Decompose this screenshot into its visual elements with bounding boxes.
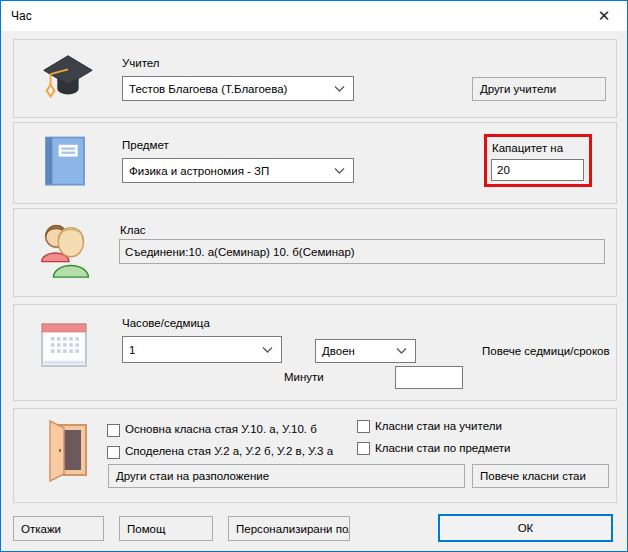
- students-icon: [36, 217, 98, 283]
- hours-per-week-value: 1: [129, 344, 135, 356]
- lesson-type-select[interactable]: Двоен: [315, 339, 416, 363]
- hours-per-week-label: Часове/седмица: [122, 317, 210, 329]
- teacher-rooms-label: Класни стаи на учители: [375, 420, 502, 432]
- class-section: Клас Съединени:10. а(Семинар) 10. б(Семи…: [13, 208, 617, 297]
- custom-fields-button[interactable]: Персонализирани полета: [228, 516, 350, 541]
- teacher-select[interactable]: Тестов Благоева (Т.Благоева): [122, 76, 354, 101]
- calendar-icon: [36, 317, 92, 373]
- ok-button[interactable]: ОК: [438, 514, 613, 542]
- rooms-section: Основна класна стая У.10. а, У.10. б Спо…: [13, 408, 617, 503]
- shared-room-label: Споделена стая У.2 а, У.2 б, У.2 в, У.3 …: [125, 445, 333, 457]
- main-classroom-checkbox[interactable]: [107, 424, 120, 437]
- teacher-selected-value: Тестов Благоева (Т.Благоева): [129, 83, 287, 95]
- teacher-label: Учител: [122, 57, 160, 69]
- shared-room-checkbox[interactable]: [107, 446, 120, 459]
- teacher-section: Учител Тестов Благоева (Т.Благоева) Друг…: [13, 39, 617, 118]
- more-weeks-terms-label: Повече седмици/сроков: [482, 345, 610, 357]
- hours-per-week-select[interactable]: 1: [122, 336, 282, 363]
- minutes-label: Минути: [284, 371, 324, 383]
- teacher-rooms-checkbox[interactable]: [357, 420, 370, 433]
- subject-rooms-checkbox[interactable]: [357, 442, 370, 455]
- title-bar: Час ✕: [1, 1, 627, 31]
- chevron-down-icon: [334, 167, 345, 174]
- cancel-button[interactable]: Откажи: [13, 516, 104, 541]
- more-classrooms-button[interactable]: Повече класни стаи: [472, 464, 609, 488]
- class-value: Съединени:10. а(Семинар) 10. б(Семинар): [125, 246, 355, 258]
- door-icon: [42, 419, 94, 485]
- help-button[interactable]: Помощ: [119, 516, 213, 541]
- subject-section: Предмет Физика и астрономия - ЗП Капацит…: [13, 122, 617, 204]
- other-available-rooms-button[interactable]: Други стаи на разположение: [108, 464, 465, 488]
- capacity-input[interactable]: [491, 159, 584, 181]
- chevron-down-icon: [262, 346, 273, 353]
- chevron-down-icon: [396, 348, 407, 355]
- capacity-label: Капацитет на: [492, 142, 563, 154]
- hours-section: Часове/седмица 1 Двоен Повече седмици/ср…: [13, 304, 617, 401]
- subject-selected-value: Физика и астрономия - ЗП: [129, 165, 269, 177]
- other-teachers-button[interactable]: Други учители: [472, 77, 606, 101]
- main-classroom-label: Основна класна стая У.10. а, У.10. б: [125, 423, 317, 435]
- window-title: Час: [11, 9, 32, 23]
- book-icon: [36, 133, 94, 191]
- minutes-input[interactable]: [395, 366, 463, 389]
- graduation-cap-icon: [36, 48, 98, 110]
- chevron-down-icon: [334, 85, 345, 92]
- class-field: Съединени:10. а(Семинар) 10. б(Семинар): [119, 239, 605, 264]
- subject-rooms-label: Класни стаи по предмети: [375, 442, 510, 454]
- subject-select[interactable]: Физика и астрономия - ЗП: [122, 158, 354, 183]
- close-icon[interactable]: ✕: [587, 1, 621, 31]
- subject-label: Предмет: [122, 139, 169, 151]
- lesson-type-value: Двоен: [322, 345, 355, 357]
- lesson-dialog: Час ✕ Учител Тестов Благоева (Т.Благоева…: [0, 0, 628, 552]
- class-label: Клас: [120, 224, 146, 236]
